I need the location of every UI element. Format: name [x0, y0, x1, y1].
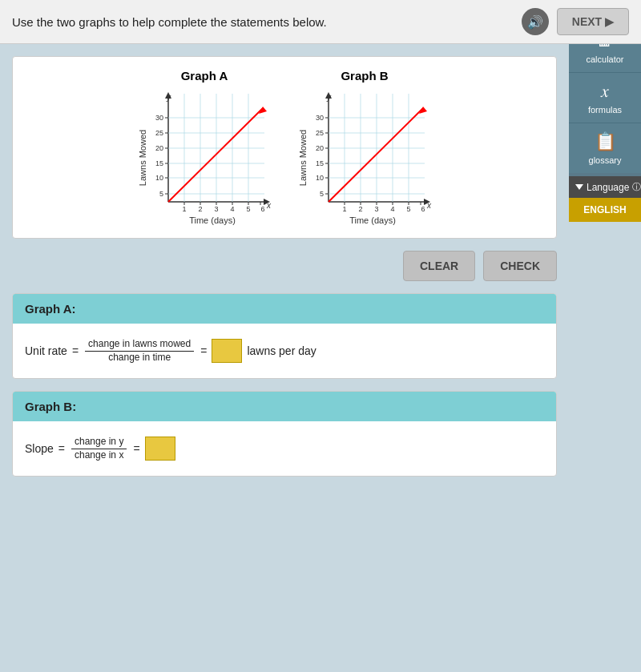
language-collapse-icon [575, 184, 583, 190]
svg-text:1: 1 [182, 205, 186, 213]
sound-button[interactable]: 🔊 [522, 8, 549, 35]
graph-b-section: Graph B: Slope = change in y change in x… [12, 391, 557, 477]
language-section: Language ⓘ ENGLISH [569, 176, 641, 222]
header: Use the two graphs to help complete the … [0, 0, 641, 44]
svg-text:5: 5 [159, 190, 163, 198]
slope-equals: = [58, 442, 65, 455]
language-info-icon: ⓘ [632, 181, 641, 193]
answer-box-a[interactable] [212, 339, 242, 363]
fraction-numerator-b: change in y [71, 436, 127, 449]
lawns-per-day-label: lawns per day [247, 344, 316, 357]
slope-equals-2: = [133, 442, 139, 455]
language-label: Language [587, 182, 629, 193]
clear-button[interactable]: CLEAR [403, 251, 475, 281]
svg-text:x: x [266, 201, 272, 210]
svg-text:15: 15 [316, 159, 324, 167]
graph-a-section-header: Graph A: [13, 294, 556, 324]
svg-text:2: 2 [198, 205, 202, 213]
slope-label: Slope [25, 442, 54, 455]
english-button[interactable]: ENGLISH [569, 198, 641, 222]
svg-text:30: 30 [316, 114, 324, 122]
svg-text:1: 1 [342, 205, 346, 213]
graph-a-title: Graph A [181, 69, 228, 82]
graph-b-svg: Lawns Mowed 5 10 15 20 25 30 [296, 86, 433, 226]
graphs-container: Graph A Lawns Mowed 5 10 15 20 [12, 56, 557, 239]
svg-text:4: 4 [390, 205, 394, 213]
formulas-item[interactable]: 𝑥 formulas [569, 72, 641, 123]
next-button[interactable]: NEXT ▶ [557, 8, 629, 35]
svg-text:x: x [426, 201, 432, 210]
graph-a-formula: Unit rate = change in lawns mowed change… [25, 338, 316, 364]
formulas-label: formulas [588, 105, 622, 115]
graph-a-y-label: Lawns Mowed [138, 130, 147, 186]
graph-a-section-body: Unit rate = change in lawns mowed change… [13, 324, 556, 378]
svg-text:25: 25 [155, 129, 163, 137]
graph-b-section-body: Slope = change in y change in x = [13, 421, 556, 476]
glossary-label: glossary [589, 155, 622, 165]
graph-a-section: Graph A: Unit rate = change in lawns mow… [12, 293, 557, 379]
svg-text:2: 2 [358, 205, 362, 213]
check-button[interactable]: CHECK [483, 251, 557, 281]
svg-text:5: 5 [406, 205, 410, 213]
svg-text:3: 3 [374, 205, 378, 213]
fraction-numerator-a: change in lawns mowed [85, 338, 194, 352]
action-buttons: CLEAR CHECK [12, 251, 557, 281]
svg-text:25: 25 [316, 129, 324, 137]
graph-b-title: Graph B [341, 69, 388, 82]
instruction-text: Use the two graphs to help complete the … [12, 15, 522, 29]
svg-text:5: 5 [246, 205, 250, 213]
fraction-denominator-a: change in time [105, 352, 174, 364]
language-header[interactable]: Language ⓘ [569, 176, 641, 198]
unit-rate-fraction: change in lawns mowed change in time [85, 338, 194, 364]
main-content: Graph A Lawns Mowed 5 10 15 20 [0, 44, 569, 501]
svg-text:5: 5 [320, 190, 324, 198]
answer-box-b[interactable] [145, 437, 175, 461]
svg-text:6: 6 [260, 205, 264, 213]
graph-b-wrapper: Graph B Lawns Mowed 5 10 15 20 [296, 69, 433, 226]
svg-text:Time (days): Time (days) [349, 215, 396, 225]
svg-text:10: 10 [155, 174, 163, 182]
svg-text:30: 30 [155, 114, 163, 122]
svg-text:15: 15 [155, 159, 163, 167]
glossary-item[interactable]: 📋 glossary [569, 123, 641, 173]
graph-b-formula: Slope = change in y change in x = [25, 436, 175, 461]
svg-text:20: 20 [316, 144, 324, 152]
svg-text:6: 6 [421, 205, 425, 213]
graph-a-svg: Lawns Mowed 5 10 15 20 25 30 [136, 86, 272, 226]
slope-fraction: change in y change in x [71, 436, 127, 461]
svg-text:10: 10 [316, 174, 324, 182]
svg-text:4: 4 [230, 205, 234, 213]
unit-rate-label: Unit rate [25, 344, 67, 357]
graph-b-section-header: Graph B: [13, 392, 556, 421]
graph-a-wrapper: Graph A Lawns Mowed 5 10 15 20 [136, 69, 272, 226]
svg-text:y: y [166, 93, 171, 102]
glossary-icon: 📋 [595, 131, 616, 152]
svg-text:Lawns Mowed: Lawns Mowed [298, 130, 308, 186]
equals-1: = [72, 344, 79, 357]
svg-text:y: y [326, 93, 332, 102]
formulas-icon: 𝑥 [601, 81, 609, 102]
calculator-label: calculator [586, 54, 623, 64]
svg-text:20: 20 [155, 144, 163, 152]
svg-text:3: 3 [214, 205, 218, 213]
equals-2: = [200, 344, 207, 357]
svg-text:Time (days): Time (days) [189, 215, 236, 225]
fraction-denominator-b: change in x [71, 449, 127, 462]
